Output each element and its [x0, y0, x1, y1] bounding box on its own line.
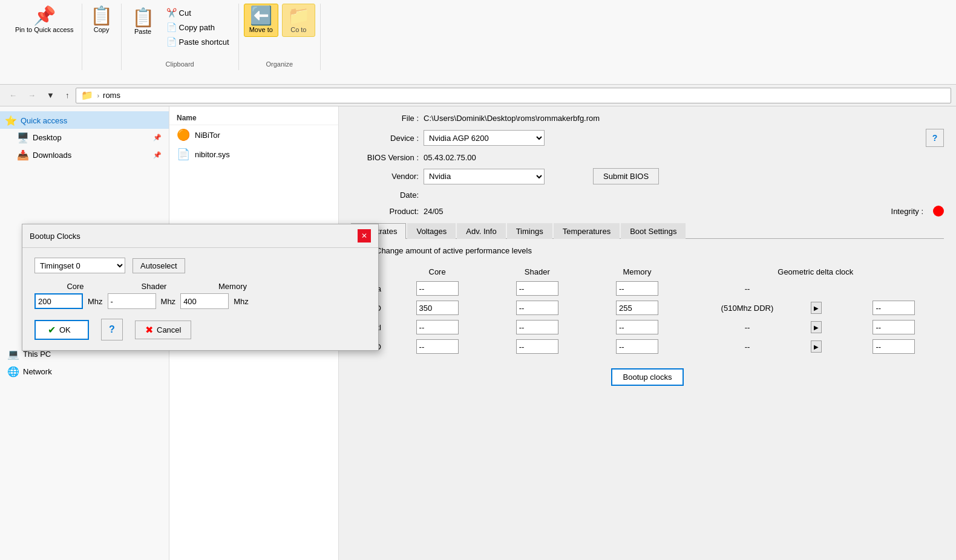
dialog-body: Timingset 0 Autoselect Core Shader Memor… [22, 248, 378, 350]
dialog-timingset-row: Timingset 0 Autoselect [34, 258, 366, 273]
dialog-close-button[interactable]: ✕ [358, 229, 371, 243]
dialog-col-core-label: Core [41, 282, 110, 291]
dialog-help-button[interactable]: ? [101, 319, 123, 340]
dialog-shader-input[interactable] [108, 293, 156, 309]
dialog-buttons-row: ✔ OK ? ✖ Cancel [34, 319, 366, 340]
dialog-memory-input[interactable] [180, 293, 229, 309]
dialog-title: Bootup Clocks [30, 232, 80, 241]
dialog-col-memory-label: Memory [198, 282, 267, 291]
cancel-x-icon: ✖ [145, 324, 153, 336]
dialog-cancel-button[interactable]: ✖ Cancel [135, 321, 191, 339]
bootup-clocks-dialog: Bootup Clocks ✕ Timingset 0 Autoselect C… [22, 224, 379, 351]
dialog-core-mhz: Mhz [88, 297, 103, 306]
dialog-titlebar: Bootup Clocks ✕ [22, 224, 378, 248]
dialog-core-input[interactable] [34, 293, 83, 309]
dialog-col-headers: Core Shader Memory [34, 282, 366, 291]
timingset-select[interactable]: Timingset 0 [34, 258, 125, 273]
dialog-memory-mhz: Mhz [234, 297, 249, 306]
ok-checkmark-icon: ✔ [48, 324, 56, 336]
dialog-inputs-row: Mhz Mhz Mhz [34, 293, 366, 309]
dialog-overlay: Bootup Clocks ✕ Timingset 0 Autoselect C… [0, 0, 956, 560]
dialog-col-shader-label: Shader [119, 282, 189, 291]
dialog-shader-mhz: Mhz [161, 297, 176, 306]
autoselect-button[interactable]: Autoselect [133, 258, 185, 273]
dialog-ok-button[interactable]: ✔ OK [34, 320, 89, 340]
